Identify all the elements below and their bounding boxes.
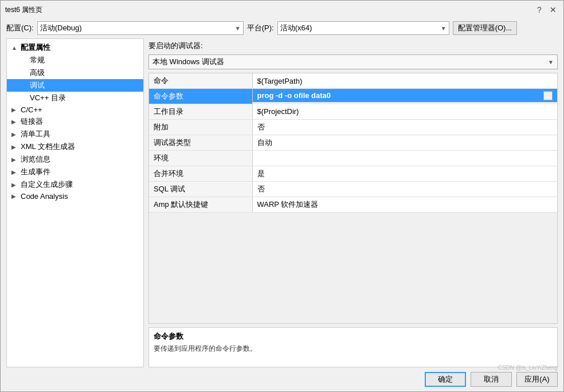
tree-item-config-props[interactable]: ▲ 配置属性 <box>7 41 143 54</box>
tree-label-debug: 调试 <box>30 80 45 91</box>
tree-item-general[interactable]: 常规 <box>7 54 143 66</box>
tree-arrow-build-events: ▶ <box>11 169 18 175</box>
debugger-value: 本地 Windows 调试器 <box>152 57 224 67</box>
properties-table-element: 命令 $(TargetPath) 命令参数 prog -d -o ofile d… <box>149 73 557 213</box>
platform-value: 活动(x64) <box>280 23 312 33</box>
tree-item-linker[interactable]: ▶ 链接器 <box>7 115 143 128</box>
tree-item-manifest[interactable]: ▶ 清单工具 <box>7 128 143 140</box>
close-button[interactable]: ✕ <box>547 4 559 15</box>
tree-item-advanced[interactable]: 高级 <box>7 66 143 79</box>
ok-button[interactable]: 确定 <box>425 372 466 387</box>
left-tree: ▲ 配置属性 常规 高级 调试 VC++ 目录 ▶ C/C++ <box>6 38 144 367</box>
expand-button[interactable]: ... <box>543 91 553 100</box>
dialog-title: test6 属性页 <box>5 5 42 15</box>
prop-label-amp-accel: Amp 默认快捷键 <box>149 197 252 213</box>
prop-label-merge-env: 合并环境 <box>149 166 252 182</box>
tree-label-linker: 链接器 <box>21 116 43 127</box>
table-row-command-args[interactable]: 命令参数 prog -d -o ofile data0 ... <box>149 89 557 104</box>
tree-item-vc-dirs[interactable]: VC++ 目录 <box>7 92 143 104</box>
tree-item-browser[interactable]: ▶ 浏览信息 <box>7 153 143 166</box>
prop-value-sql-debug: 否 <box>252 182 557 197</box>
platform-dropdown[interactable]: 活动(x64) ▼ <box>277 21 449 35</box>
tree-label-code-analysis: Code Analysis <box>21 192 68 201</box>
prop-value-attach: 否 <box>252 120 557 135</box>
watermark: CSDN @ls_LiuYiZheng <box>498 364 558 371</box>
config-label: 配置(C): <box>6 23 34 33</box>
table-row-command[interactable]: 命令 $(TargetPath) <box>149 73 557 89</box>
cancel-button[interactable]: 取消 <box>471 372 512 387</box>
prop-value-working-dir: $(ProjectDir) <box>252 104 557 120</box>
table-row-env[interactable]: 环境 <box>149 151 557 166</box>
tree-arrow-xml-gen: ▶ <box>11 144 18 150</box>
tree-label-config-props: 配置属性 <box>21 42 50 53</box>
tree-arrow-manifest: ▶ <box>11 131 18 138</box>
table-row-working-dir[interactable]: 工作目录 $(ProjectDir) <box>149 104 557 120</box>
description-area: 命令参数 要传递到应用程序的命令行参数。 <box>148 327 558 367</box>
prop-value-env <box>252 151 557 166</box>
tree-item-code-analysis[interactable]: ▶ Code Analysis <box>7 191 143 202</box>
title-bar: test6 属性页 ? ✕ <box>1 1 563 18</box>
dialog: test6 属性页 ? ✕ 配置(C): 活动(Debug) ▼ 平台(P): … <box>0 0 564 392</box>
tree-label-cpp: C/C++ <box>21 105 42 114</box>
tree-arrow-code-analysis: ▶ <box>11 193 18 199</box>
prop-value-debugger-type: 自动 <box>252 135 557 151</box>
props-table: 命令 $(TargetPath) 命令参数 prog -d -o ofile d… <box>148 73 558 324</box>
table-row-merge-env[interactable]: 合并环境 是 <box>149 166 557 182</box>
tree-item-custom-build[interactable]: ▶ 自定义生成步骤 <box>7 178 143 191</box>
tree-label-build-events: 生成事件 <box>21 167 50 177</box>
table-row-debugger-type[interactable]: 调试器类型 自动 <box>149 135 557 151</box>
prop-label-env: 环境 <box>149 151 252 166</box>
prop-label-command: 命令 <box>149 73 252 89</box>
tree-label-xml-gen: XML 文档生成器 <box>21 142 75 152</box>
table-row-sql-debug[interactable]: SQL 调试 否 <box>149 182 557 197</box>
config-row: 配置(C): 活动(Debug) ▼ 平台(P): 活动(x64) ▼ 配置管理… <box>1 18 563 38</box>
tree-label-browser: 浏览信息 <box>21 154 50 164</box>
tree-label-advanced: 高级 <box>30 68 45 78</box>
prop-value-amp-accel: WARP 软件加速器 <box>252 197 557 213</box>
table-row-attach[interactable]: 附加 否 <box>149 120 557 135</box>
tree-label-manifest: 清单工具 <box>21 129 50 139</box>
footer-buttons: 确定 取消 应用(A) <box>1 367 563 391</box>
tree-arrow-browser: ▶ <box>11 156 18 163</box>
prop-value-command: $(TargetPath) <box>252 73 557 89</box>
table-row-amp-accel[interactable]: Amp 默认快捷键 WARP 软件加速器 <box>149 197 557 213</box>
prop-label-debugger-type: 调试器类型 <box>149 135 252 151</box>
tree-label-vc-dirs: VC++ 目录 <box>30 93 66 103</box>
apply-button[interactable]: 应用(A) <box>516 372 558 387</box>
description-title: 命令参数 <box>154 331 553 342</box>
debugger-select-arrow: ▼ <box>548 59 554 65</box>
prop-label-attach: 附加 <box>149 120 252 135</box>
tree-item-cpp[interactable]: ▶ C/C++ <box>7 104 143 115</box>
main-area: ▲ 配置属性 常规 高级 调试 VC++ 目录 ▶ C/C++ <box>1 38 563 367</box>
config-dropdown-arrow: ▼ <box>235 25 241 32</box>
tree-label-custom-build: 自定义生成步骤 <box>21 179 73 190</box>
prop-value-command-args: prog -d -o ofile data0 ... <box>253 89 558 103</box>
description-text: 要传递到应用程序的命令行参数。 <box>154 344 553 354</box>
debugger-select[interactable]: 本地 Windows 调试器 ▼ <box>148 54 558 69</box>
platform-label: 平台(P): <box>247 23 274 33</box>
tree-arrow-custom-build: ▶ <box>11 182 18 188</box>
help-button[interactable]: ? <box>534 4 545 15</box>
tree-arrow-cpp: ▶ <box>11 107 18 113</box>
tree-arrow-linker: ▶ <box>11 119 18 125</box>
tree-arrow-config-props: ▲ <box>11 45 18 51</box>
tree-item-build-events[interactable]: ▶ 生成事件 <box>7 166 143 178</box>
config-value: 活动(Debug) <box>40 23 82 33</box>
prop-label-sql-debug: SQL 调试 <box>149 182 252 197</box>
tree-item-xml-gen[interactable]: ▶ XML 文档生成器 <box>7 140 143 153</box>
prop-label-command-args: 命令参数 <box>149 89 252 104</box>
right-panel: 要启动的调试器: 本地 Windows 调试器 ▼ 命令 $(TargetPat… <box>148 38 558 367</box>
prop-value-merge-env: 是 <box>252 166 557 182</box>
prop-label-working-dir: 工作目录 <box>149 104 252 120</box>
config-manager-button[interactable]: 配置管理器(O)... <box>453 21 518 35</box>
tree-item-debug[interactable]: 调试 <box>7 79 143 92</box>
tree-label-general: 常规 <box>30 55 45 65</box>
title-bar-controls: ? ✕ <box>534 4 559 15</box>
debugger-label: 要启动的调试器: <box>148 38 558 51</box>
config-dropdown[interactable]: 活动(Debug) ▼ <box>37 21 244 35</box>
platform-dropdown-arrow: ▼ <box>441 25 446 32</box>
